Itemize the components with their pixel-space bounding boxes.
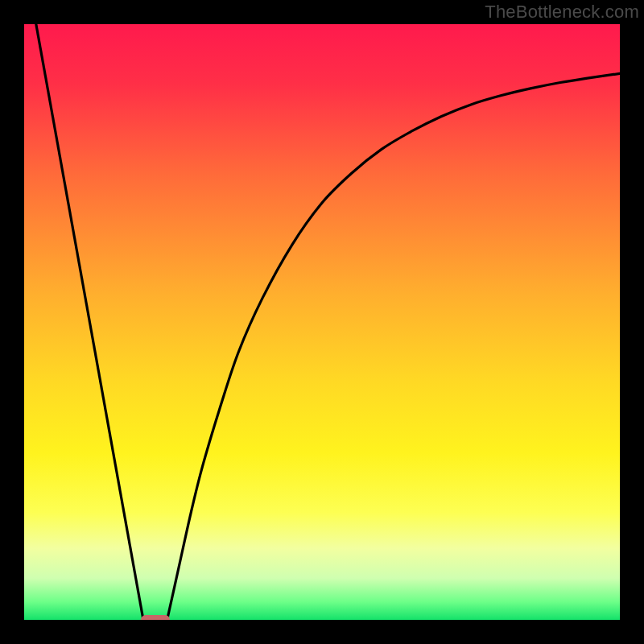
curve-left-branch	[36, 24, 143, 620]
plot-area	[24, 24, 620, 620]
watermark-text: TheBottleneck.com	[485, 2, 639, 23]
bottleneck-marker	[141, 615, 170, 620]
chart-frame: TheBottleneck.com	[0, 0, 644, 644]
curve-right-branch	[167, 73, 620, 620]
curve-layer	[24, 24, 620, 620]
